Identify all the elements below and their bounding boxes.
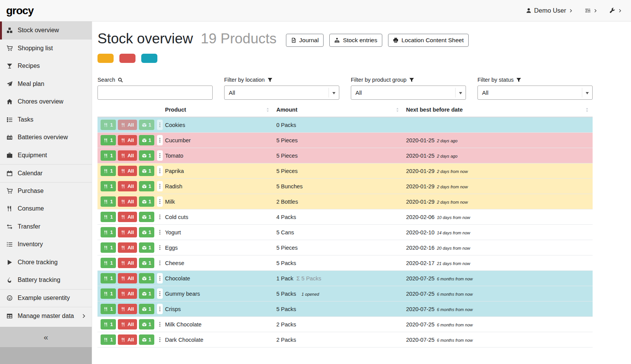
open-one-button[interactable]: 1: [139, 258, 154, 268]
sort-icon[interactable]: [585, 107, 590, 112]
consume-all-button[interactable]: All: [118, 181, 137, 191]
filter-select[interactable]: All: [477, 86, 593, 100]
row-menu-button[interactable]: [157, 135, 163, 145]
sort-icon[interactable]: [395, 107, 400, 112]
row-menu-button[interactable]: [157, 196, 163, 207]
sidebar-item[interactable]: Chore tracking: [0, 254, 92, 272]
open-one-button[interactable]: 1: [139, 120, 154, 130]
toolbar-button[interactable]: Stock entries: [329, 34, 382, 47]
consume-one-button[interactable]: 1: [101, 242, 116, 253]
row-menu-button[interactable]: [157, 120, 163, 130]
open-one-button[interactable]: 1: [139, 242, 154, 253]
row-menu-button[interactable]: [157, 258, 163, 268]
consume-all-button[interactable]: All: [118, 319, 137, 329]
consume-all-button[interactable]: All: [118, 212, 137, 222]
row-menu-button[interactable]: [157, 181, 163, 191]
consume-all-button[interactable]: All: [118, 273, 137, 283]
open-one-button[interactable]: 1: [139, 181, 154, 191]
consume-all-button[interactable]: All: [118, 258, 137, 268]
consume-all-button[interactable]: All: [118, 166, 137, 176]
consume-one-button[interactable]: 1: [101, 288, 116, 299]
consume-all-button[interactable]: All: [118, 242, 137, 253]
status-alert[interactable]: [141, 54, 157, 63]
consume-one-button[interactable]: 1: [101, 273, 116, 283]
consume-one-button[interactable]: 1: [101, 150, 116, 161]
row-menu-button[interactable]: [157, 273, 163, 283]
open-one-button[interactable]: 1: [139, 196, 154, 207]
open-one-button[interactable]: 1: [139, 135, 154, 145]
sidebar-item[interactable]: Consume: [0, 200, 92, 218]
status-alert[interactable]: [97, 54, 114, 63]
admin-menu[interactable]: [610, 8, 622, 13]
column-amount[interactable]: Amount: [273, 105, 403, 117]
settings-menu[interactable]: [585, 8, 597, 13]
consume-all-button[interactable]: All: [118, 150, 137, 161]
open-one-button[interactable]: 1: [139, 319, 154, 329]
open-one-button[interactable]: 1: [139, 304, 154, 314]
row-menu-button[interactable]: [157, 150, 163, 161]
consume-one-button[interactable]: 1: [101, 319, 116, 329]
consume-one-button[interactable]: 1: [101, 181, 116, 191]
open-one-button[interactable]: 1: [139, 166, 154, 176]
row-menu-button[interactable]: [157, 227, 163, 237]
open-one-button[interactable]: 1: [139, 227, 154, 237]
sidebar-collapse-button[interactable]: «: [0, 327, 92, 347]
utensils-icon: [121, 292, 126, 296]
consume-one-button[interactable]: 1: [101, 135, 116, 145]
open-one-button[interactable]: 1: [139, 212, 154, 222]
sidebar-item[interactable]: Purchase: [0, 182, 92, 200]
sort-icon[interactable]: [265, 107, 270, 112]
consume-all-button[interactable]: All: [118, 334, 137, 345]
sidebar-item[interactable]: Meal plan: [0, 75, 92, 93]
consume-one-button[interactable]: 1: [101, 166, 116, 176]
row-menu-button[interactable]: [157, 334, 163, 345]
sidebar-item-label: Purchase: [18, 188, 44, 194]
sidebar-item[interactable]: Equipment: [0, 147, 92, 165]
filter-select[interactable]: All: [224, 86, 339, 100]
sidebar-item[interactable]: Inventory: [0, 236, 92, 254]
open-one-button[interactable]: 1: [139, 150, 154, 161]
app-logo[interactable]: grocy: [6, 5, 33, 17]
filter-select[interactable]: All: [351, 86, 466, 100]
consume-one-button[interactable]: 1: [101, 258, 116, 268]
sidebar-item[interactable]: Calendar: [0, 164, 92, 182]
consume-all-button[interactable]: All: [118, 196, 137, 207]
toolbar-button[interactable]: Location Content Sheet: [388, 34, 469, 47]
sidebar-item[interactable]: Manage master data: [0, 307, 92, 325]
user-menu[interactable]: Demo User: [526, 7, 573, 14]
consume-all-button[interactable]: All: [118, 288, 137, 299]
sidebar-item[interactable]: Shopping list: [0, 40, 92, 58]
sidebar-item[interactable]: Chores overview: [0, 93, 92, 111]
consume-all-button[interactable]: All: [118, 227, 137, 237]
row-menu-button[interactable]: [157, 288, 163, 299]
row-menu-button[interactable]: [157, 166, 163, 176]
status-alert[interactable]: [119, 54, 135, 63]
sidebar-item[interactable]: Stock overview: [0, 21, 92, 40]
consume-one-button[interactable]: 1: [101, 334, 116, 345]
consume-all-button[interactable]: All: [118, 120, 137, 130]
row-menu-button[interactable]: [157, 304, 163, 314]
consume-one-button[interactable]: 1: [101, 212, 116, 222]
consume-all-button[interactable]: All: [118, 135, 137, 145]
sidebar-item[interactable]: Example userentity: [0, 289, 92, 307]
sidebar-item[interactable]: Batteries overview: [0, 128, 92, 147]
toolbar-button[interactable]: Journal: [286, 34, 324, 47]
sidebar-item[interactable]: Battery tracking: [0, 271, 92, 289]
row-menu-button[interactable]: [157, 242, 163, 253]
row-menu-button[interactable]: [157, 212, 163, 222]
consume-one-button[interactable]: 1: [101, 196, 116, 207]
consume-one-button[interactable]: 1: [101, 120, 116, 130]
open-one-button[interactable]: 1: [139, 273, 154, 283]
sidebar-item[interactable]: Tasks: [0, 111, 92, 129]
column-product[interactable]: Product: [162, 105, 273, 117]
consume-all-button[interactable]: All: [118, 304, 137, 314]
open-one-button[interactable]: 1: [139, 288, 154, 299]
row-menu-button[interactable]: [157, 319, 163, 329]
column-next-best-before-date[interactable]: Next best before date: [403, 105, 593, 117]
open-one-button[interactable]: 1: [139, 334, 154, 345]
search-input[interactable]: [97, 86, 213, 100]
consume-one-button[interactable]: 1: [101, 304, 116, 314]
sidebar-item[interactable]: Transfer: [0, 218, 92, 236]
sidebar-item[interactable]: Recipes: [0, 57, 92, 75]
consume-one-button[interactable]: 1: [101, 227, 116, 237]
